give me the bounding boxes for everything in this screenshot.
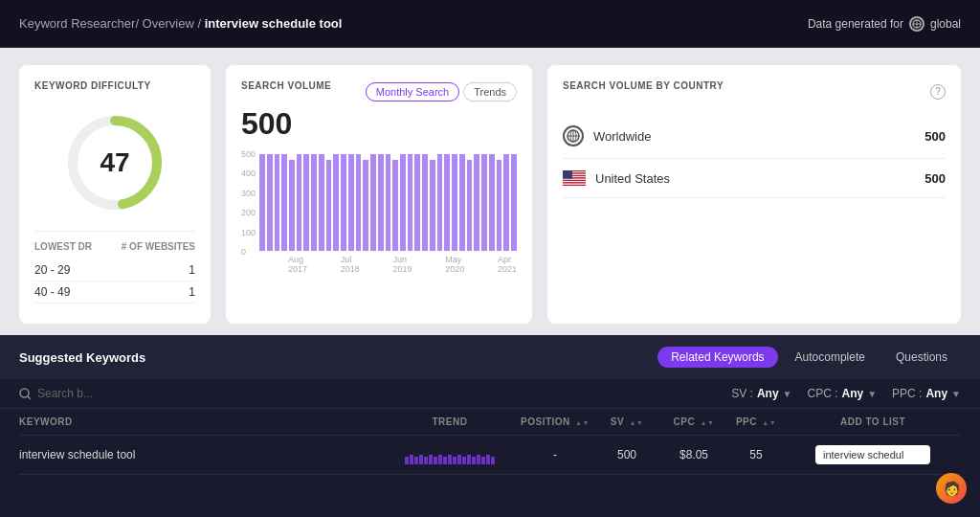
worldwide-label: Worldwide: [593, 129, 651, 144]
autocomplete-tab[interactable]: Autocomplete: [782, 347, 879, 368]
chart-bar: [408, 154, 413, 251]
trend-bar: [414, 457, 418, 464]
cell-keyword: interview schedule tool: [19, 448, 383, 461]
trend-bar: [429, 455, 433, 464]
user-avatar-container: 🧑: [936, 473, 967, 504]
chart-bar: [430, 160, 435, 251]
col-header-ppc: PPC ▲▼: [727, 416, 785, 427]
table-row: interview schedule tool - 500 $8.05 55: [19, 436, 961, 475]
trend-bar: [481, 457, 485, 464]
search-placeholder: Search b...: [37, 387, 93, 400]
breadcrumb-prefix: Keyword Researcher/ Overview /: [19, 16, 201, 31]
chart-bar: [281, 154, 287, 251]
chart-bar: [275, 154, 280, 251]
trend-bar: [462, 457, 466, 464]
trend-bar: [491, 457, 495, 464]
sv-number: 500: [241, 106, 517, 142]
chart-bar: [326, 160, 332, 251]
trend-bar: [457, 455, 461, 464]
trends-tab[interactable]: Trends: [463, 82, 517, 101]
trend-bar: [477, 455, 480, 464]
chart-x-labels: Aug2017 Jul2018 Jun2019 May2020 Apr2021: [259, 255, 517, 274]
trend-mini-bars: [383, 445, 517, 464]
cell-sv: 500: [593, 448, 660, 461]
cell-ppc: 55: [727, 448, 785, 461]
country-left-us: United States: [563, 170, 670, 186]
chart-bar: [259, 154, 265, 251]
country-card: SEARCH VOLUME BY COUNTRY ? Worldwide 500: [547, 65, 961, 324]
svg-rect-19: [563, 182, 586, 183]
trend-bar: [419, 455, 423, 464]
worldwide-globe-icon: [563, 125, 584, 146]
chart-bar: [333, 154, 339, 251]
chart-bar: [422, 154, 428, 251]
chart-bar: [503, 154, 509, 251]
trend-bar: [448, 455, 452, 464]
cell-cpc: $8.05: [660, 448, 727, 461]
cell-trend: [383, 445, 517, 464]
chart-bar: [303, 154, 309, 251]
kd-title: KEYWORD DIFFICULTY: [34, 80, 195, 91]
filter-tabs: Related Keywords Autocomplete Questions: [657, 347, 961, 368]
svg-rect-18: [563, 181, 586, 182]
chart-bar: [356, 154, 362, 251]
col-header-trend: TREND: [383, 416, 517, 427]
kd-count-1: 1: [189, 263, 195, 277]
svg-rect-17: [563, 180, 586, 181]
cell-position: -: [517, 448, 593, 461]
help-icon[interactable]: ?: [930, 84, 946, 100]
sv-tabs: Monthly Search Trends: [366, 82, 517, 101]
chart-bar: [452, 154, 457, 251]
suggested-title: Suggested Keywords: [19, 350, 145, 365]
user-avatar[interactable]: 🧑: [936, 473, 967, 504]
page-header: Keyword Researcher/ Overview / interview…: [0, 0, 980, 48]
ppc-filter[interactable]: PPC : Any ▼: [892, 387, 961, 400]
cpc-sort-icon: ▲▼: [701, 419, 715, 426]
col-header-position: POSITION ▲▼: [517, 416, 593, 427]
kd-range-2: 40 - 49: [34, 285, 70, 299]
country-row-us: United States 500: [563, 159, 946, 198]
kw-table-header: KEYWORD TREND POSITION ▲▼ SV ▲▼ CPC ▲▼ P…: [19, 409, 961, 436]
chart-bar: [386, 154, 391, 251]
chart-bar: [311, 154, 317, 251]
header-right: Data generated for global: [808, 16, 961, 32]
data-label: Data generated for: [808, 17, 903, 31]
sv-filter[interactable]: SV : Any ▼: [731, 387, 791, 400]
worldwide-value: 500: [924, 129, 946, 144]
related-keywords-tab[interactable]: Related Keywords: [657, 347, 777, 368]
chart-bar: [370, 154, 376, 251]
globe-icon: [909, 16, 924, 32]
trend-bar: [434, 457, 437, 464]
chart-bar: [400, 154, 406, 251]
bottom-section: Suggested Keywords Related Keywords Auto…: [0, 335, 980, 475]
questions-tab[interactable]: Questions: [882, 347, 961, 368]
trend-bar: [443, 457, 447, 464]
country-card-header: SEARCH VOLUME BY COUNTRY ?: [563, 80, 946, 102]
chart-bar: [444, 154, 450, 251]
breadcrumb-keyword: interview schedule tool: [205, 16, 343, 31]
chart-bar: [481, 154, 487, 251]
trend-bar: [472, 457, 476, 464]
add-to-list-input[interactable]: [815, 445, 930, 464]
chart-bar: [497, 160, 502, 251]
monthly-search-tab[interactable]: Monthly Search: [366, 82, 459, 101]
chart-bar: [489, 154, 495, 251]
trend-bar: [486, 455, 490, 464]
search-input-wrap: Search b...: [19, 387, 720, 400]
col-header-add: ADD TO LIST: [785, 416, 961, 427]
kd-range-1: 20 - 29: [34, 263, 70, 277]
kd-table: LOWEST DR # OF WEBSITES 20 - 29 1 40 - 4…: [34, 231, 195, 303]
col-header-keyword: KEYWORD: [19, 416, 383, 427]
chart-bar: [459, 154, 465, 251]
chart-right: Aug2017 Jul2018 Jun2019 May2020 Apr2021: [259, 149, 517, 274]
trend-bar: [467, 455, 471, 464]
cpc-filter[interactable]: CPC : Any ▼: [807, 387, 877, 400]
chart-wrapper: 500 400 300 200 100 0 Aug2017 Jul2018 Ju…: [241, 149, 517, 274]
chart-bar: [378, 154, 384, 251]
chart-bar: [297, 154, 302, 251]
ppc-sort-icon: ▲▼: [762, 419, 776, 426]
us-value: 500: [924, 171, 946, 186]
chart-bar: [289, 160, 295, 251]
keyword-difficulty-card: KEYWORD DIFFICULTY 47 LOWEST DR # OF WEB…: [19, 65, 211, 324]
gauge: 47: [62, 110, 167, 215]
